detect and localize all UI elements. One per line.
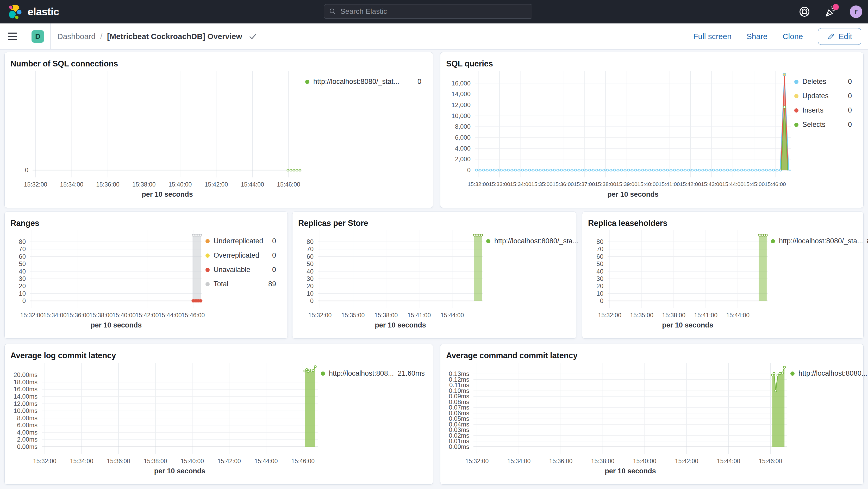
- y-tick-label: 70: [307, 245, 314, 253]
- legend-item[interactable]: http://localhost:8080/_sta...89: [771, 237, 855, 245]
- x-tick-label: 15:42:00: [675, 458, 699, 465]
- chart-log-commit-latency: 0.00ms2.00ms4.00ms6.00ms8.00ms10.00ms12.…: [10, 363, 427, 479]
- main-menu-button[interactable]: [0, 24, 25, 49]
- y-tick-label: 60: [307, 253, 314, 260]
- x-tick-label: 15:43:00: [701, 181, 722, 187]
- legend-dot: [794, 123, 799, 127]
- x-tick-label: 15:38:00: [132, 181, 156, 188]
- clone-button[interactable]: Clone: [782, 32, 803, 41]
- legend-item[interactable]: Total89: [206, 280, 279, 288]
- chart-command-commit-latency: 0.00ms0.01ms0.02ms0.03ms0.04ms0.05ms0.06…: [446, 363, 858, 479]
- x-tick-label: 15:36:00: [66, 312, 90, 319]
- chart-legend: http://localhost:8080/_stat...0: [302, 71, 427, 203]
- y-axis: 0.00ms2.00ms4.00ms6.00ms8.00ms10.00ms12.…: [10, 363, 42, 454]
- plot-area: [475, 71, 791, 177]
- chart-canvas: [318, 230, 483, 308]
- y-tick-label: 16.00ms: [13, 386, 37, 393]
- chart-legend: Deletes0Updates0Inserts0Selects0: [791, 71, 858, 203]
- whats-new-button[interactable]: [824, 5, 837, 19]
- y-tick-label: 20: [596, 282, 603, 290]
- legend-item[interactable]: http://localhost:8080/_sta...89: [486, 237, 568, 245]
- x-axis: 15:32:0015:34:0015:36:0015:38:0015:40:00…: [10, 177, 302, 190]
- notification-dot: [833, 4, 839, 10]
- legend-item[interactable]: Selects0: [794, 121, 855, 129]
- legend-item[interactable]: http://localhost:808...21.60ms: [321, 369, 425, 377]
- plot-area: [33, 71, 302, 177]
- y-tick-label: 0: [600, 297, 603, 305]
- panel-title: Average log commit latency: [10, 349, 427, 362]
- x-tick-label: 15:35:00: [341, 312, 365, 319]
- x-tick-label: 15:33:00: [489, 181, 510, 187]
- breadcrumb-dashboard[interactable]: Dashboard: [57, 32, 96, 41]
- legend-label: Underreplicated: [214, 237, 263, 245]
- x-tick-label: 15:44:00: [717, 458, 740, 465]
- y-tick-label: 0: [310, 297, 314, 305]
- y-tick-label: 20: [19, 282, 26, 290]
- x-tick-label: 15:38:00: [662, 312, 685, 319]
- legend-item[interactable]: Inserts0: [794, 106, 855, 114]
- x-tick-label: 15:41:00: [408, 312, 431, 319]
- elastic-logo[interactable]: elastic: [7, 4, 59, 20]
- user-avatar[interactable]: r: [850, 5, 862, 18]
- legend-value: 0: [272, 266, 279, 274]
- y-tick-label: 8,000: [455, 123, 471, 130]
- brand-name: elastic: [28, 6, 59, 18]
- y-tick-label: 20.00ms: [13, 371, 37, 378]
- x-tick-label: 15:40:00: [637, 181, 659, 187]
- x-tick-label: 15:34:00: [60, 181, 84, 188]
- x-axis: 15:32:0015:35:0015:38:0015:41:0015:44:00: [588, 308, 768, 321]
- edit-button[interactable]: Edit: [818, 28, 861, 45]
- legend-item[interactable]: Updates0: [794, 92, 855, 100]
- help-button[interactable]: [798, 5, 811, 19]
- x-tick-label: 15:34:00: [70, 458, 93, 465]
- y-tick-label: 30: [19, 275, 26, 282]
- legend-dot: [794, 80, 799, 84]
- chart-legend: http://localhost:8080...0.14ms: [787, 363, 858, 479]
- x-axis: 15:32:0015:34:0015:36:0015:38:0015:40:00…: [446, 454, 787, 467]
- legend-item[interactable]: Overreplicated0: [206, 251, 279, 259]
- legend-value: 21.60ms: [398, 369, 428, 377]
- legend-label: Overreplicated: [214, 251, 259, 259]
- y-tick-label: 70: [596, 245, 603, 253]
- legend-item[interactable]: http://localhost:8080/_stat...0: [305, 78, 425, 86]
- legend-dot: [206, 253, 210, 258]
- full-screen-button[interactable]: Full screen: [693, 32, 732, 41]
- search-input[interactable]: [340, 7, 527, 16]
- legend-item[interactable]: Unavailable0: [206, 266, 279, 274]
- legend-item[interactable]: http://localhost:8080...0.14ms: [790, 369, 855, 377]
- x-axis: 15:32:0015:33:0015:34:0015:35:0015:36:00…: [446, 177, 791, 190]
- y-tick-label: 0: [25, 166, 28, 174]
- global-search[interactable]: [324, 4, 532, 19]
- x-tick-label: 15:42:00: [205, 181, 228, 188]
- x-tick-label: 15:36:00: [107, 458, 130, 465]
- x-axis-title: per 10 seconds: [318, 321, 483, 333]
- y-tick-label: 60: [19, 253, 26, 260]
- x-axis-title: per 10 seconds: [473, 467, 787, 479]
- y-tick-label: 10: [19, 290, 26, 297]
- hamburger-icon: [8, 33, 17, 40]
- x-tick-label: 15:42:00: [217, 458, 241, 465]
- legend-dot: [321, 371, 325, 376]
- legend-item[interactable]: Underreplicated0: [206, 237, 279, 245]
- y-tick-label: 30: [307, 275, 314, 282]
- page-title: [Metricbeat CockroachDB] Overview: [107, 32, 242, 41]
- legend-item[interactable]: Deletes0: [794, 78, 855, 86]
- check-icon[interactable]: [249, 33, 257, 40]
- y-tick-label: 80: [19, 238, 26, 245]
- chart-canvas: [42, 363, 318, 454]
- y-tick-label: 40: [307, 268, 314, 275]
- x-tick-label: 15:40:00: [181, 458, 204, 465]
- x-tick-label: 15:38:00: [89, 312, 113, 319]
- legend-dot: [206, 268, 210, 272]
- share-button[interactable]: Share: [747, 32, 768, 41]
- x-tick-label: 15:46:00: [765, 181, 786, 187]
- elastic-logo-icon: [7, 4, 24, 20]
- dashboard-app-badge[interactable]: D: [32, 30, 44, 43]
- x-tick-label: 15:42:00: [135, 312, 159, 319]
- y-tick-label: 20: [307, 282, 314, 290]
- legend-value: 0: [848, 121, 855, 129]
- legend-dot: [790, 371, 795, 376]
- y-tick-label: 4.00ms: [17, 429, 37, 436]
- x-tick-label: 15:32:00: [308, 312, 332, 319]
- y-tick-label: 14,000: [452, 90, 471, 98]
